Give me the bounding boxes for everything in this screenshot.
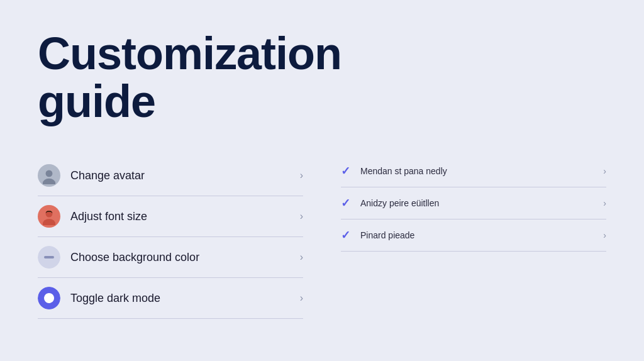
avatar-icon-1 — [38, 164, 60, 187]
right-chevron-3: › — [603, 230, 606, 240]
check-icon-3: ✓ — [341, 228, 350, 242]
menu-label-adjust-font-size: Adjust font size — [70, 210, 300, 223]
page: Customization guide Change avatar › — [0, 0, 644, 361]
chevron-icon-change-avatar: › — [300, 170, 303, 181]
right-item-2[interactable]: ✓ Anidzy peire eüitllen › — [341, 187, 606, 219]
menu-label-change-avatar: Change avatar — [70, 169, 300, 182]
menu-label-choose-background-color: Choose background color — [70, 251, 300, 264]
menu-item-choose-background-color[interactable]: Choose background color › — [38, 237, 303, 278]
check-icon-2: ✓ — [341, 196, 350, 210]
avatar-icon-2 — [38, 205, 60, 228]
page-title: Customization guide — [38, 30, 606, 125]
right-label-1: Mendan st pana nedly — [360, 166, 603, 176]
chevron-icon-adjust-font-size: › — [300, 211, 303, 222]
left-column: Change avatar › Adjust font size › — [38, 155, 303, 336]
right-label-2: Anidzy peire eüitllen — [360, 198, 603, 208]
right-column: ✓ Mendan st pana nedly › ✓ Anidzy peire … — [341, 155, 606, 336]
menu-item-adjust-font-size[interactable]: Adjust font size › — [38, 196, 303, 237]
menu-item-change-avatar[interactable]: Change avatar › — [38, 155, 303, 196]
menu-label-toggle-dark-mode: Toggle dark mode — [70, 292, 300, 305]
background-color-icon — [38, 246, 60, 269]
chevron-icon-toggle-dark-mode: › — [300, 292, 303, 304]
right-chevron-1: › — [603, 166, 606, 176]
svg-point-1 — [46, 170, 53, 177]
right-item-1[interactable]: ✓ Mendan st pana nedly › — [341, 155, 606, 187]
check-icon-1: ✓ — [341, 164, 350, 178]
content-row: Change avatar › Adjust font size › — [38, 155, 606, 336]
right-item-3[interactable]: ✓ Pinard pieade › — [341, 219, 606, 252]
svg-rect-7 — [44, 256, 54, 258]
chevron-icon-choose-background-color: › — [300, 252, 303, 263]
menu-item-toggle-dark-mode[interactable]: Toggle dark mode › — [38, 278, 303, 319]
dark-mode-icon — [38, 287, 60, 309]
right-label-3: Pinard pieade — [360, 230, 603, 240]
right-chevron-2: › — [603, 198, 606, 208]
